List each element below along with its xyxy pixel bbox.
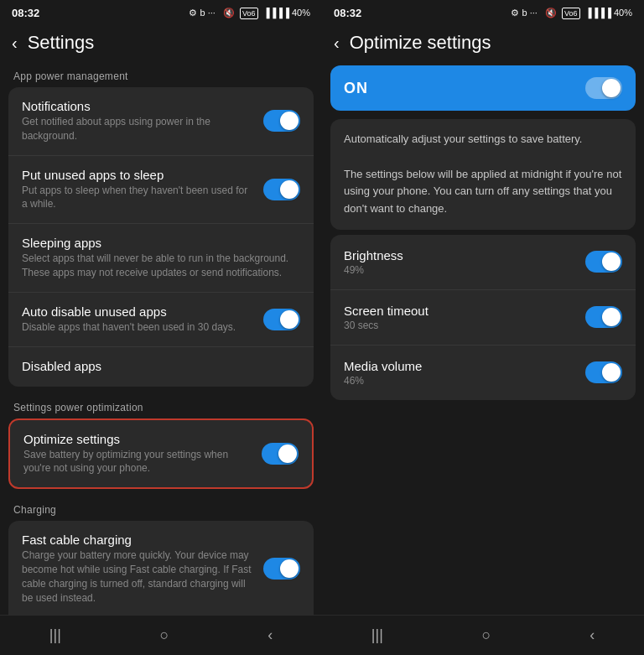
charging-card: Fast cable charging Charge your battery … (8, 521, 314, 615)
section-label-power-opt: Settings power optimization (0, 392, 322, 418)
list-item[interactable]: Optimize settings Save battery by optimi… (10, 420, 312, 488)
screen-timeout-text: Screen timeout 30 secs (344, 304, 428, 331)
sleeping-apps-text: Sleeping apps Select apps that will neve… (22, 236, 300, 280)
left-nav-bar: ||| ○ ‹ (0, 615, 322, 655)
list-item[interactable]: Notifications Get notified about apps us… (8, 87, 314, 156)
left-page-header: ‹ Settings (0, 23, 322, 60)
nav-back-button[interactable]: ‹ (267, 626, 273, 644)
screen-timeout-title: Screen timeout (344, 304, 428, 318)
app-power-card: Notifications Get notified about apps us… (8, 87, 314, 387)
optimize-items-card: Brightness 49% Screen timeout 30 secs Me… (330, 235, 636, 400)
nav-recent-button[interactable]: ||| (49, 626, 61, 644)
sleeping-apps-title: Sleeping apps (22, 236, 290, 250)
left-scroll-content: App power management Notifications Get n… (0, 60, 322, 615)
right-status-bar: 08:32 ⚙ b ··· 🔇 Vo6 ▐▐▐▐ 40% (322, 0, 644, 23)
notifications-desc: Get notified about apps using power in t… (22, 115, 253, 143)
left-status-icons: ⚙ b ··· 🔇 Vo6 ▐▐▐▐ 40% (189, 8, 310, 18)
list-item[interactable]: Fast cable charging Charge your battery … (8, 521, 314, 615)
fast-cable-title: Fast cable charging (22, 533, 253, 547)
disabled-apps-title: Disabled apps (22, 359, 290, 373)
left-page-title: Settings (28, 32, 95, 54)
list-item[interactable]: Auto disable unused apps Disable apps th… (8, 293, 314, 347)
fast-cable-text: Fast cable charging Charge your battery … (22, 533, 263, 605)
left-status-bar: 08:32 ⚙ b ··· 🔇 Vo6 ▐▐▐▐ 40% (0, 0, 322, 23)
auto-disable-text: Auto disable unused apps Disable apps th… (22, 304, 263, 335)
screen-timeout-sub: 30 secs (344, 320, 428, 331)
description-card: Automatically adjust your settings to sa… (330, 119, 636, 230)
right-page-title: Optimize settings (350, 32, 491, 54)
fast-cable-desc: Charge your battery more quickly. Your d… (22, 548, 253, 605)
brightness-toggle[interactable] (585, 251, 622, 273)
section-label-charging: Charging (0, 494, 322, 521)
auto-disable-title: Auto disable unused apps (22, 304, 253, 319)
right-icons-text: ⚙ b ··· 🔇 Vo6 ▐▐▐▐ 40% (511, 8, 632, 18)
notifications-title: Notifications (22, 99, 253, 113)
right-panel: 08:32 ⚙ b ··· 🔇 Vo6 ▐▐▐▐ 40% ‹ Optimize … (322, 0, 644, 655)
on-toggle[interactable] (585, 77, 622, 99)
list-item[interactable]: Media volume 46% (330, 346, 636, 400)
brightness-text: Brightness 49% (344, 248, 403, 276)
optimize-settings-card: Optimize settings Save battery by optimi… (8, 418, 314, 490)
list-item[interactable]: Put unused apps to sleep Put apps to sle… (8, 156, 314, 225)
optimize-settings-title: Optimize settings (23, 432, 252, 446)
unused-apps-sleep-title: Put unused apps to sleep (22, 168, 253, 182)
left-panel: 08:32 ⚙ b ··· 🔇 Vo6 ▐▐▐▐ 40% ‹ Settings … (0, 0, 322, 655)
screen-timeout-toggle[interactable] (585, 306, 622, 328)
list-item[interactable]: Brightness 49% (330, 235, 636, 290)
on-label: ON (344, 80, 368, 97)
disabled-apps-text: Disabled apps (22, 359, 300, 375)
right-nav-home-button[interactable]: ○ (482, 626, 491, 644)
right-time: 08:32 (334, 7, 361, 19)
media-volume-sub: 46% (344, 375, 422, 387)
unused-apps-sleep-toggle[interactable] (263, 179, 300, 200)
optimize-settings-toggle[interactable] (262, 443, 299, 465)
nav-home-button[interactable]: ○ (160, 626, 169, 644)
list-item[interactable]: Sleeping apps Select apps that will neve… (8, 224, 314, 293)
right-spacer (322, 405, 644, 615)
optimize-settings-desc: Save battery by optimizing your settings… (23, 448, 252, 476)
sleeping-apps-desc: Select apps that will never be able to r… (22, 252, 290, 280)
media-volume-text: Media volume 46% (344, 359, 422, 387)
media-volume-title: Media volume (344, 359, 422, 373)
list-item[interactable]: Disabled apps (8, 347, 314, 387)
optimize-settings-text: Optimize settings Save battery by optimi… (23, 432, 262, 476)
fast-cable-toggle[interactable] (263, 558, 300, 580)
description-text: Automatically adjust your settings to sa… (344, 131, 622, 218)
right-back-button[interactable]: ‹ (334, 34, 340, 53)
right-nav-bar: ||| ○ ‹ (322, 615, 644, 655)
unused-apps-sleep-text: Put unused apps to sleep Put apps to sle… (22, 168, 263, 212)
left-icons-text: ⚙ b ··· 🔇 Vo6 ▐▐▐▐ 40% (189, 8, 310, 18)
right-page-header: ‹ Optimize settings (322, 23, 644, 60)
auto-disable-toggle[interactable] (263, 309, 300, 330)
notifications-text: Notifications Get notified about apps us… (22, 99, 263, 143)
right-status-icons: ⚙ b ··· 🔇 Vo6 ▐▐▐▐ 40% (511, 8, 632, 18)
auto-disable-desc: Disable apps that haven't been used in 3… (22, 320, 253, 335)
right-nav-recent-button[interactable]: ||| (371, 626, 383, 644)
left-back-button[interactable]: ‹ (12, 34, 18, 53)
on-banner[interactable]: ON (330, 65, 636, 111)
media-volume-toggle[interactable] (585, 361, 622, 383)
brightness-sub: 49% (344, 264, 403, 276)
left-time: 08:32 (12, 7, 39, 19)
section-label-app-power: App power management (0, 60, 322, 87)
right-nav-back-button[interactable]: ‹ (589, 626, 595, 644)
unused-apps-sleep-desc: Put apps to sleep when they haven't been… (22, 184, 253, 212)
notifications-toggle[interactable] (263, 110, 300, 132)
list-item[interactable]: Screen timeout 30 secs (330, 290, 636, 346)
brightness-title: Brightness (344, 248, 403, 263)
